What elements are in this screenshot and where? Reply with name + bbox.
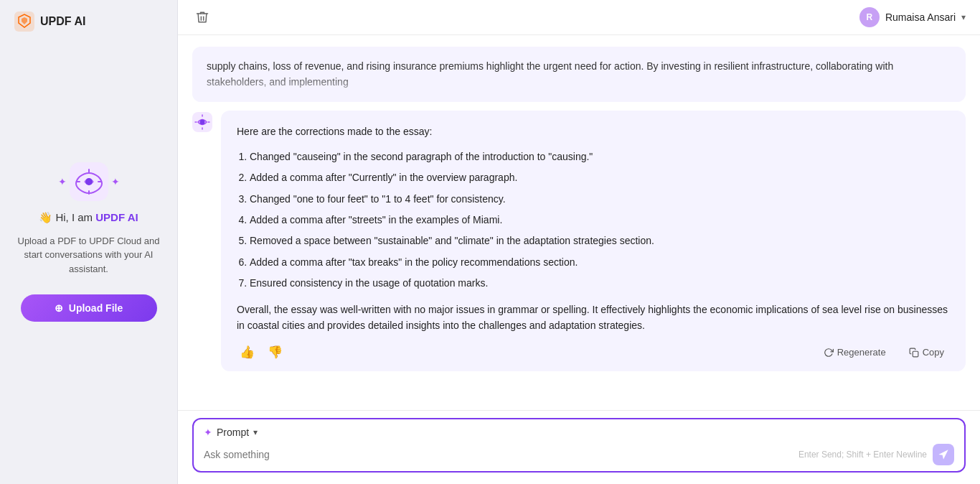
copy-button[interactable]: Copy	[903, 345, 950, 360]
sparkle-decoration: ✦ ✦	[58, 162, 120, 201]
regenerate-button[interactable]: Regenerate	[818, 345, 892, 360]
list-item: Changed "one to four feet" to "1 to 4 fe…	[250, 191, 950, 207]
list-item: Added a comma after "streets" in the exa…	[250, 212, 950, 228]
chevron-down-icon: ▾	[961, 12, 966, 22]
regenerate-icon	[824, 348, 834, 358]
thumbs-down-button[interactable]: 👎	[265, 343, 286, 361]
input-area: ✦ Prompt ▾ Enter Send; Shift + Enter New…	[178, 410, 980, 484]
sidebar-center: ✦ ✦ 👋 Hi, I am UPDF AI Upload a PDF to U…	[0, 75, 177, 467]
greeting-text: 👋 Hi, I am UPDF AI	[39, 211, 138, 224]
list-item: Ensured consistency in the usage of quot…	[250, 275, 950, 291]
app-title: UPDF AI	[40, 15, 85, 28]
truncated-message: supply chains, loss of revenue, and risi…	[192, 47, 966, 102]
input-hint: Enter Send; Shift + Enter Newline	[798, 450, 927, 460]
ai-message-row: Here are the corrections made to the ess…	[192, 111, 966, 372]
copy-icon	[909, 348, 919, 358]
list-item: Changed "causeing" in the second paragra…	[250, 149, 950, 164]
input-container: ✦ Prompt ▾ Enter Send; Shift + Enter New…	[192, 418, 966, 473]
app-icon-large	[70, 162, 108, 201]
main-content: R Rumaisa Ansari ▾ supply chains, loss o…	[178, 0, 980, 484]
ai-intro: Here are the corrections made to the ess…	[237, 124, 950, 140]
ai-bubble-footer: 👍 👎 Regenerate	[237, 343, 950, 361]
ai-summary: Overall, the essay was well-written with…	[237, 302, 950, 334]
main-header: R Rumaisa Ansari ▾	[178, 0, 980, 35]
send-icon	[938, 449, 949, 460]
input-top-row: ✦ Prompt ▾	[204, 427, 954, 438]
svg-point-2	[85, 178, 93, 185]
send-button[interactable]	[933, 444, 954, 465]
svg-point-4	[200, 119, 205, 124]
sidebar: UPDF AI ✦ ✦ 👋 Hi, I am UPDF AI Upload a …	[0, 0, 178, 484]
corrections-list: Changed "causeing" in the second paragra…	[237, 149, 950, 292]
upload-icon: ⊕	[55, 302, 63, 314]
feedback-buttons: 👍 👎	[237, 343, 286, 361]
sparkle-right: ✦	[111, 176, 120, 187]
chat-area: supply chains, loss of revenue, and risi…	[178, 35, 980, 410]
user-avatar: R	[859, 7, 880, 27]
ai-avatar-icon	[192, 112, 212, 132]
user-menu[interactable]: R Rumaisa Ansari ▾	[859, 7, 966, 27]
list-item: Removed a space between "sustainable" an…	[250, 233, 950, 248]
delete-button[interactable]	[192, 7, 212, 27]
sparkle-left: ✦	[58, 176, 67, 187]
upload-file-button[interactable]: ⊕ Upload File	[21, 294, 157, 322]
ai-bubble: Here are the corrections made to the ess…	[221, 111, 966, 372]
svg-rect-5	[913, 351, 918, 357]
user-name: Rumaisa Ansari	[885, 11, 956, 23]
action-buttons: Regenerate Copy	[818, 345, 950, 360]
sidebar-subtitle: Upload a PDF to UPDF Cloud and start con…	[0, 234, 177, 276]
input-bottom-row: Enter Send; Shift + Enter Newline	[204, 444, 954, 465]
list-item: Added a comma after "Currently" in the o…	[250, 169, 950, 185]
ask-input[interactable]	[204, 449, 798, 460]
updf-logo-icon	[14, 11, 34, 32]
list-item: Added a comma after "tax breaks" in the …	[250, 254, 950, 270]
prompt-label: Prompt	[217, 427, 249, 438]
thumbs-up-button[interactable]: 👍	[237, 343, 258, 361]
prompt-sparkle-icon: ✦	[204, 427, 212, 438]
prompt-chevron-icon[interactable]: ▾	[253, 427, 258, 437]
trash-icon	[195, 10, 209, 24]
sidebar-logo: UPDF AI	[0, 11, 85, 32]
